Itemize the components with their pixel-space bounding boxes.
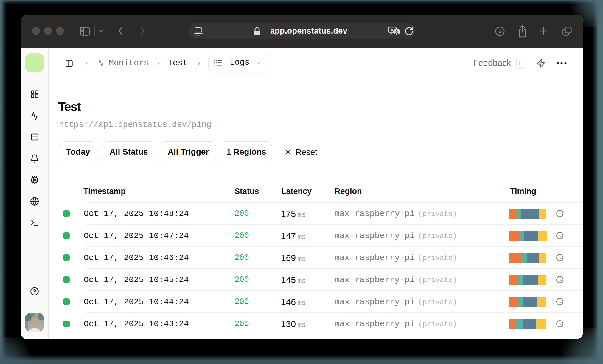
svg-text:A: A xyxy=(391,28,394,32)
svg-text:文: 文 xyxy=(394,30,399,34)
